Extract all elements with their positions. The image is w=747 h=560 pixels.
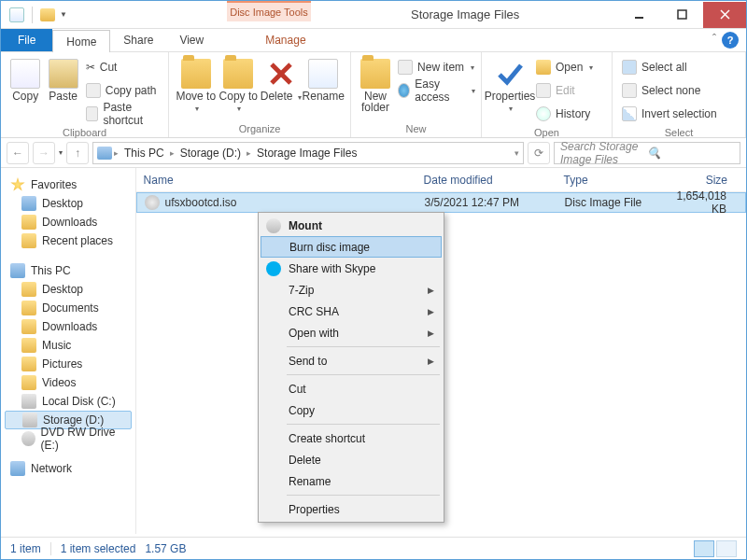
quick-access-toolbar: ▼ xyxy=(1,5,67,25)
view-large-icons-button[interactable] xyxy=(716,540,737,557)
titlebar: ▼ Disc Image Tools Storage Image Files xyxy=(1,1,746,29)
ctx-cut[interactable]: Cut xyxy=(261,378,442,399)
delete-button[interactable]: Delete ▾ xyxy=(260,55,303,104)
ctx-share-skype[interactable]: Share with Skype xyxy=(261,258,442,279)
sidebar-music[interactable]: Music xyxy=(5,336,132,355)
disc-icon xyxy=(21,431,35,446)
file-row[interactable]: ufsxbootcd.iso 3/5/2021 12:47 PM Disc Im… xyxy=(136,192,746,213)
tab-share[interactable]: Share xyxy=(110,29,166,51)
collapse-ribbon-icon[interactable]: ˆ xyxy=(712,29,722,51)
sidebar-desktop[interactable]: Desktop xyxy=(5,194,132,213)
tab-manage[interactable]: Manage xyxy=(252,29,318,51)
history-dropdown-icon[interactable]: ▾ xyxy=(59,148,63,157)
sidebar-dvd[interactable]: DVD RW Drive (E:) xyxy=(5,429,132,448)
context-menu: Mount Burn disc image Share with Skype 7… xyxy=(258,212,444,523)
search-input[interactable]: Search Storage Image Files🔍 xyxy=(554,142,740,164)
select-none-button[interactable]: Select none xyxy=(622,80,717,101)
group-organize-label: Organize xyxy=(169,123,350,137)
iso-icon xyxy=(145,195,160,210)
select-all-button[interactable]: Select all xyxy=(622,57,717,77)
history-button[interactable]: History xyxy=(536,104,593,124)
sidebar-pictures[interactable]: Pictures xyxy=(5,355,132,373)
group-clipboard-label: Clipboard xyxy=(1,127,168,141)
address-bar-row: ← → ▾ ↑ ▸ This PC▸ Storage (D:)▸ Storage… xyxy=(1,138,746,168)
ctx-openwith[interactable]: Open with▶ xyxy=(261,322,442,343)
ctx-create-shortcut[interactable]: Create shortcut xyxy=(261,427,442,449)
ribbon: Copy Paste ✂Cut Copy path Paste shortcut… xyxy=(1,52,746,138)
refresh-button[interactable]: ⟳ xyxy=(528,142,550,164)
tab-home[interactable]: Home xyxy=(52,30,110,52)
new-item-button[interactable]: New item▾ xyxy=(398,57,475,77)
move-to-button[interactable]: Move to ▾ xyxy=(175,55,218,115)
contextual-tab-label: Disc Image Tools xyxy=(227,1,311,21)
ctx-crcsha[interactable]: CRC SHA▶ xyxy=(261,301,442,322)
sidebar-downloads2[interactable]: Downloads xyxy=(5,317,132,336)
ctx-properties[interactable]: Properties xyxy=(261,498,442,520)
sidebar-localc[interactable]: Local Disk (C:) xyxy=(5,392,132,411)
column-headers: Name Date modified Type Size xyxy=(136,168,746,192)
easy-access-button[interactable]: Easy access▾ xyxy=(398,80,475,101)
col-type[interactable]: Type xyxy=(557,174,669,187)
copy-button[interactable]: Copy xyxy=(7,55,44,102)
mount-icon xyxy=(266,218,281,233)
ctx-copy[interactable]: Copy xyxy=(261,399,442,421)
ctx-rename[interactable]: Rename xyxy=(261,470,442,492)
tab-file[interactable]: File xyxy=(1,29,52,51)
sidebar-videos[interactable]: Videos xyxy=(5,373,132,392)
up-button[interactable]: ↑ xyxy=(66,142,89,164)
ctx-mount[interactable]: Mount xyxy=(261,215,442,236)
close-button[interactable] xyxy=(703,2,746,28)
maximize-button[interactable] xyxy=(660,2,703,28)
view-details-button[interactable] xyxy=(694,540,714,557)
minimize-button[interactable] xyxy=(617,2,660,28)
ribbon-tabs: File Home Share View Manage ˆ ? xyxy=(1,29,746,52)
sidebar-thispc[interactable]: This PC xyxy=(5,261,132,280)
back-button[interactable]: ← xyxy=(7,142,29,164)
rename-button[interactable]: Rename xyxy=(303,55,345,102)
ctx-sendto[interactable]: Send to▶ xyxy=(261,350,442,371)
scissors-icon: ✂ xyxy=(86,61,95,74)
drive-icon xyxy=(21,394,36,409)
breadcrumb[interactable]: ▸ This PC▸ Storage (D:)▸ Storage Image F… xyxy=(92,142,524,164)
pc-icon xyxy=(10,263,25,278)
sidebar-desktop2[interactable]: Desktop xyxy=(5,280,132,299)
invert-selection-button[interactable]: Invert selection xyxy=(622,104,717,124)
location-icon xyxy=(97,147,112,160)
qat-properties-icon[interactable] xyxy=(7,5,27,25)
ctx-burn-disc-image[interactable]: Burn disc image xyxy=(261,236,442,258)
checkmark-icon xyxy=(495,59,525,89)
qat-dropdown-icon[interactable]: ▼ xyxy=(60,10,67,19)
edit-button[interactable]: Edit xyxy=(536,80,593,101)
ctx-7zip[interactable]: 7-Zip▶ xyxy=(261,279,442,301)
crumb-thispc[interactable]: This PC xyxy=(120,147,168,160)
tab-view[interactable]: View xyxy=(166,29,217,51)
col-date[interactable]: Date modified xyxy=(416,174,557,187)
sidebar-network[interactable]: Network xyxy=(5,459,132,478)
open-button[interactable]: Open▾ xyxy=(536,57,593,77)
qat-newfolder-icon[interactable] xyxy=(37,5,58,25)
sidebar-downloads[interactable]: Downloads xyxy=(5,213,132,231)
paste-shortcut-button[interactable]: Paste shortcut xyxy=(86,104,162,124)
sidebar-recent[interactable]: Recent places xyxy=(5,231,132,250)
status-size: 1.57 GB xyxy=(145,542,186,555)
skype-icon xyxy=(266,261,281,276)
copy-to-button[interactable]: Copy to ▾ xyxy=(218,55,261,115)
ctx-delete[interactable]: Delete xyxy=(261,449,442,470)
new-folder-button[interactable]: New folder xyxy=(357,55,394,113)
sidebar-documents[interactable]: Documents xyxy=(5,299,132,317)
crumb-folder[interactable]: Storage Image Files xyxy=(253,147,360,160)
col-name[interactable]: Name xyxy=(136,174,416,187)
crumb-drive[interactable]: Storage (D:) xyxy=(176,147,245,160)
col-size[interactable]: Size xyxy=(669,174,746,187)
properties-button[interactable]: Properties ▾ xyxy=(487,55,532,115)
sidebar: Favorites Desktop Downloads Recent place… xyxy=(1,168,136,534)
window-title: Storage Image Files xyxy=(411,7,519,21)
forward-button[interactable]: → xyxy=(33,142,55,164)
status-bar: 1 item 1 item selected 1.57 GB xyxy=(1,537,746,559)
copy-path-button[interactable]: Copy path xyxy=(86,80,162,101)
sidebar-favorites[interactable]: Favorites xyxy=(5,175,132,194)
breadcrumb-dropdown-icon[interactable]: ▾ xyxy=(514,148,519,158)
help-icon[interactable]: ? xyxy=(722,32,739,49)
cut-button[interactable]: ✂Cut xyxy=(86,57,162,77)
paste-button[interactable]: Paste xyxy=(44,55,81,102)
